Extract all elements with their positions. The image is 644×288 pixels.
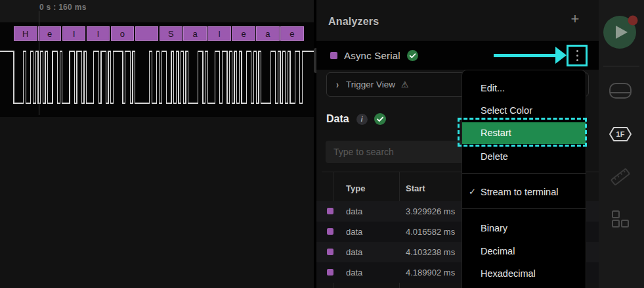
decoded-byte-box[interactable]: l — [207, 26, 231, 41]
menu-item-restart[interactable]: Restart — [462, 122, 586, 144]
decoded-byte-box[interactable]: S — [160, 26, 183, 41]
add-analyzer-button[interactable]: + — [567, 11, 583, 27]
panel-title: Analyzers — [328, 16, 379, 28]
run-capture-button[interactable] — [603, 16, 636, 49]
menu-item-label: Stream to terminal — [481, 187, 558, 197]
analyzers-tab-button[interactable]: 1F — [608, 124, 633, 144]
cell-start: 4.189902 ms — [406, 268, 455, 277]
analyzer-kebab-menu-button[interactable] — [567, 45, 588, 66]
decoded-byte-box[interactable] — [135, 26, 159, 41]
kebab-dot — [576, 50, 578, 52]
menu-item-edit[interactable]: Edit... — [462, 77, 586, 99]
analyzer-name: Async Serial — [344, 50, 400, 61]
chevron-right-icon: › — [336, 78, 339, 90]
row-color-swatch — [327, 269, 333, 276]
notification-dot — [628, 15, 638, 26]
menu-item-hexadecimal[interactable]: Hexadecimal — [462, 262, 586, 285]
cell-type: data — [346, 206, 362, 216]
column-header-type[interactable]: Type — [346, 183, 365, 193]
cell-type: data — [346, 247, 362, 257]
decoded-byte-box[interactable]: l — [87, 26, 110, 41]
menu-item-select-color[interactable]: Select Color — [462, 99, 586, 122]
checkmark-icon: ✓ — [469, 181, 476, 203]
decoded-byte-box[interactable]: e — [38, 26, 62, 41]
kebab-dot — [576, 55, 578, 57]
warning-icon: ⚠ — [401, 80, 409, 89]
menu-item-binary[interactable]: Binary — [462, 217, 586, 239]
cell-start: 3.929926 ms — [406, 206, 455, 216]
decoded-byte-box[interactable]: a — [256, 26, 280, 41]
column-header-start[interactable]: Start — [406, 183, 425, 193]
ruler-icon — [609, 167, 632, 187]
device-icon — [609, 82, 632, 99]
decoded-byte-box[interactable]: e — [280, 26, 304, 41]
info-icon[interactable]: i — [356, 114, 368, 125]
cell-type: data — [346, 268, 362, 277]
measurements-tab-button[interactable] — [608, 167, 633, 187]
extensions-blocks-icon — [611, 210, 630, 228]
menu-item-decimal[interactable]: Decimal — [462, 240, 586, 262]
svg-text:1F: 1F — [616, 130, 625, 138]
cell-start: 4.016582 ms — [406, 227, 455, 237]
row-color-swatch — [327, 249, 333, 255]
tutorial-arrow — [494, 54, 555, 57]
menu-divider — [462, 173, 586, 174]
device-settings-button[interactable] — [608, 81, 633, 101]
right-sidebar: 1F — [599, 0, 644, 288]
decoded-byte-box[interactable]: H — [14, 26, 37, 41]
decoded-byte-box[interactable]: e — [232, 26, 255, 41]
timeline-timestamp: 0 s : 160 ms — [39, 3, 87, 12]
analyzer-ok-check-icon — [407, 50, 418, 61]
sidebar-divider — [603, 66, 639, 66]
menu-item-delete[interactable]: Delete — [462, 145, 586, 168]
analyzer-color-swatch — [330, 52, 337, 59]
menu-divider — [462, 208, 586, 209]
tutorial-arrow-head — [555, 47, 567, 64]
protocol-1f-icon: 1F — [609, 126, 632, 143]
data-section-header: Data i — [326, 113, 386, 125]
data-title: Data — [326, 113, 349, 125]
decoded-byte-box[interactable]: a — [183, 26, 207, 41]
menu-item-stream-to-terminal[interactable]: ✓ Stream to terminal — [462, 181, 586, 203]
extensions-tab-button[interactable] — [608, 209, 633, 229]
data-ok-check-icon — [374, 113, 386, 125]
timeline-marker-line — [39, 11, 39, 115]
cell-start: 4.103238 ms — [406, 247, 455, 257]
decoded-byte-box[interactable]: l — [62, 26, 86, 41]
trigger-view-label: Trigger View — [346, 80, 395, 89]
analyzer-context-menu: Edit... Select Color Restart Delete ✓ St… — [462, 70, 586, 288]
row-color-swatch — [327, 228, 333, 235]
row-color-swatch — [327, 208, 333, 214]
digital-channel[interactable]: HelloSaleae — [0, 22, 314, 117]
decoded-byte-box[interactable]: o — [111, 26, 135, 41]
waveform-panel[interactable]: 0 s : 160 ms HelloSaleae — [0, 0, 314, 288]
cell-type: data — [346, 227, 362, 237]
app-window: 0 s : 160 ms HelloSaleae Analyzers + Asy… — [0, 0, 644, 288]
kebab-dot — [576, 59, 578, 61]
